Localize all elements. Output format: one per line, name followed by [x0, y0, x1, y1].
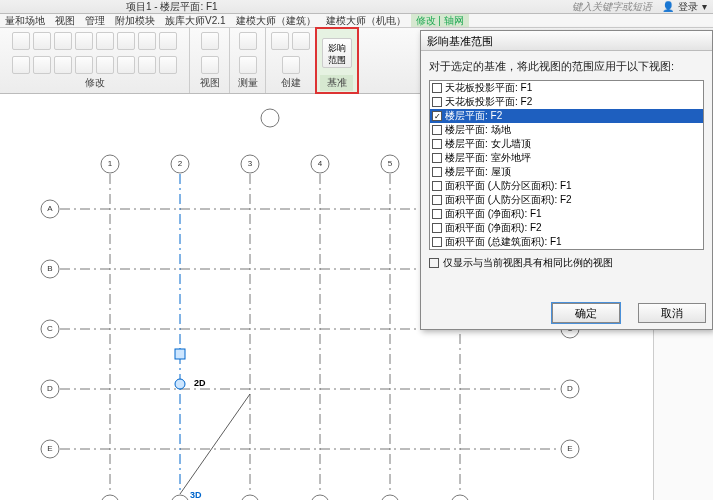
document-title: 项目1 - 楼层平面: F1 [126, 0, 218, 14]
tool-button[interactable] [271, 32, 289, 50]
tool-button[interactable] [12, 32, 30, 50]
tool-button[interactable] [159, 32, 177, 50]
view-list[interactable]: 天花板投影平面: F1天花板投影平面: F2楼层平面: F2楼层平面: 场地楼层… [429, 80, 704, 250]
svg-text:4: 4 [318, 159, 323, 168]
ribbon-tab[interactable]: 量和场地 [0, 14, 50, 27]
same-scale-checkbox[interactable]: 仅显示与当前视图具有相同比例的视图 [429, 256, 704, 270]
tool-button[interactable] [138, 56, 156, 74]
tool-button[interactable]: 影响 范围 [322, 38, 352, 68]
ribbon-panel-基准: 影响 范围基准 [316, 28, 358, 93]
ribbon-tabs: 量和场地视图管理附加模块族库大师V2.1建模大师（建筑）建模大师（机电）修改 |… [0, 14, 713, 28]
svg-text:D: D [567, 384, 573, 393]
tool-button[interactable] [12, 56, 30, 74]
view-list-item[interactable]: 天花板投影平面: F2 [430, 95, 703, 109]
tool-button[interactable] [201, 56, 219, 74]
login-link[interactable]: 登录 [678, 0, 698, 14]
ribbon-tab[interactable]: 建模大师（建筑） [231, 14, 321, 27]
panel-label: 修改 [85, 75, 105, 91]
view-list-item[interactable]: 楼层平面: 室外地坪 [430, 151, 703, 165]
panel-label: 测量 [238, 75, 258, 91]
checkbox[interactable] [432, 209, 442, 219]
tool-button[interactable] [54, 32, 72, 50]
ribbon-tab[interactable]: 族库大师V2.1 [160, 14, 231, 27]
tool-button[interactable] [75, 32, 93, 50]
view-list-item[interactable]: 面积平面 (总建筑面积): F1 [430, 235, 703, 249]
user-icon[interactable]: 👤 [662, 1, 674, 12]
svg-text:D: D [47, 384, 53, 393]
checkbox[interactable] [432, 167, 442, 177]
tool-button[interactable] [75, 56, 93, 74]
ribbon-panel-修改: 修改 [0, 28, 190, 93]
tool-button[interactable] [117, 32, 135, 50]
ribbon-panel-视图: 视图 [190, 28, 230, 93]
ribbon-tab[interactable]: 修改 | 轴网 [411, 14, 469, 27]
svg-line-55 [180, 394, 250, 494]
ribbon-tab[interactable]: 管理 [80, 14, 110, 27]
tool-button[interactable] [201, 32, 219, 50]
svg-text:5: 5 [388, 159, 393, 168]
panel-label: 创建 [281, 75, 301, 91]
svg-text:1: 1 [108, 159, 113, 168]
view-list-item[interactable]: 面积平面 (净面积): F1 [430, 207, 703, 221]
ribbon-tab[interactable]: 建模大师（机电） [321, 14, 411, 27]
checkbox[interactable] [432, 153, 442, 163]
ribbon-panel-测量: 测量 [230, 28, 266, 93]
checkbox[interactable] [432, 237, 442, 247]
checkbox[interactable] [432, 125, 442, 135]
ribbon-tab[interactable]: 附加模块 [110, 14, 160, 27]
cancel-button[interactable]: 取消 [638, 303, 706, 323]
checkbox[interactable] [432, 111, 442, 121]
view-list-item[interactable]: 楼层平面: 场地 [430, 123, 703, 137]
ribbon-panel-创建: 创建 [266, 28, 316, 93]
checkbox[interactable] [432, 181, 442, 191]
view-list-item[interactable]: 面积平面 (总建筑面积): F2 [430, 249, 703, 250]
ribbon-tab[interactable]: 视图 [50, 14, 80, 27]
svg-text:A: A [47, 204, 53, 213]
tool-button[interactable] [239, 32, 257, 50]
search-hint[interactable]: 键入关键字或短语 [572, 0, 652, 14]
svg-text:E: E [567, 444, 572, 453]
svg-text:C: C [47, 324, 53, 333]
tool-button[interactable] [117, 56, 135, 74]
view-list-item[interactable]: 楼层平面: 女儿墙顶 [430, 137, 703, 151]
svg-text:E: E [47, 444, 52, 453]
view-list-item[interactable]: 天花板投影平面: F1 [430, 81, 703, 95]
panel-label: 视图 [200, 75, 220, 91]
checkbox[interactable] [432, 83, 442, 93]
title-bar: 项目1 - 楼层平面: F1 键入关键字或短语 👤 登录 ▾ [0, 0, 713, 14]
tool-button[interactable] [33, 32, 51, 50]
tool-button[interactable] [54, 56, 72, 74]
tool-button[interactable] [292, 32, 310, 50]
checkbox[interactable] [432, 139, 442, 149]
tool-button[interactable] [96, 32, 114, 50]
tool-button[interactable] [33, 56, 51, 74]
svg-text:2D: 2D [194, 378, 206, 388]
checkbox[interactable] [432, 97, 442, 107]
view-list-item[interactable]: 面积平面 (人防分区面积): F1 [430, 179, 703, 193]
view-list-item[interactable]: 楼层平面: 屋顶 [430, 165, 703, 179]
view-list-item[interactable]: 面积平面 (人防分区面积): F2 [430, 193, 703, 207]
dialog-instruction: 对于选定的基准，将此视图的范围应用于以下视图: [429, 59, 704, 74]
view-list-item[interactable]: 楼层平面: F2 [430, 109, 703, 123]
tool-button[interactable] [159, 56, 177, 74]
svg-rect-57 [175, 349, 185, 359]
checkbox[interactable] [432, 195, 442, 205]
tool-button[interactable] [239, 56, 257, 74]
tool-button[interactable] [282, 56, 300, 74]
svg-point-60 [261, 109, 279, 127]
svg-text:3: 3 [248, 159, 253, 168]
propagate-extents-dialog: 影响基准范围 对于选定的基准，将此视图的范围应用于以下视图: 天花板投影平面: … [420, 30, 713, 330]
view-list-item[interactable]: 面积平面 (净面积): F2 [430, 221, 703, 235]
dialog-title: 影响基准范围 [421, 31, 712, 51]
checkbox[interactable] [432, 223, 442, 233]
svg-text:B: B [47, 264, 52, 273]
svg-text:3D: 3D [190, 490, 202, 500]
svg-point-56 [175, 379, 185, 389]
help-icon[interactable]: ▾ [702, 1, 707, 12]
tool-button[interactable] [96, 56, 114, 74]
ok-button[interactable]: 确定 [552, 303, 620, 323]
panel-label: 基准 [320, 75, 353, 91]
svg-text:2: 2 [178, 159, 183, 168]
tool-button[interactable] [138, 32, 156, 50]
